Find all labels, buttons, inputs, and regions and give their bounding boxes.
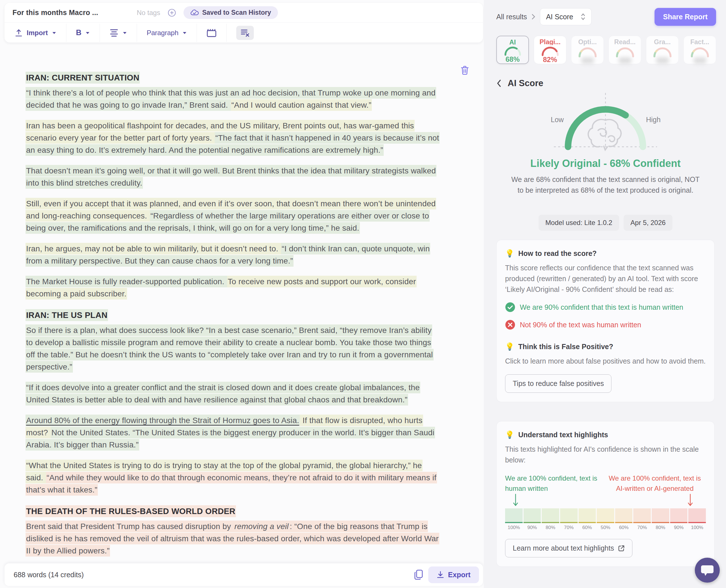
- score-card-opti[interactable]: Opti...: [571, 36, 604, 64]
- highlighted-text-segment: IRAN: THE US PLAN: [25, 309, 108, 321]
- score-card-label: Opti...: [578, 38, 597, 46]
- export-button[interactable]: Export: [428, 566, 479, 583]
- import-label: Import: [27, 29, 48, 37]
- score-card-hidden-value: [694, 57, 706, 64]
- highlighted-text-segment: So if there is a plan, what does success…: [25, 324, 433, 373]
- scale-tick-label: 70%: [560, 525, 578, 530]
- green-down-arrow-icon: [512, 493, 519, 507]
- score-select-value: AI Score: [546, 13, 573, 21]
- chevron-down-icon: [122, 31, 127, 34]
- highlighted-text-segment: THE DEATH OF THE RULES-BASED WORLD ORDER: [25, 505, 236, 517]
- no-tags-label: No tags: [137, 9, 160, 17]
- highlighted-text-segment: The Market House is fully reader-support…: [25, 276, 227, 287]
- share-report-button[interactable]: Share Report: [654, 8, 716, 26]
- score-card-ai[interactable]: AI68%: [496, 36, 529, 64]
- document-body[interactable]: IRAN: CURRENT SITUATION“I think there’s …: [25, 68, 440, 562]
- saved-to-scan-history-badge: Saved to Scan History: [183, 6, 278, 19]
- lightbulb-icon: 💡: [505, 342, 514, 351]
- copy-icon[interactable]: [414, 569, 423, 580]
- doc-heading: THE DEATH OF THE RULES-BASED WORLD ORDER: [25, 504, 440, 518]
- score-card-label: Fact...: [690, 38, 709, 46]
- score-card-value: 82%: [543, 56, 557, 64]
- score-card-plagi[interactable]: Plagi...82%: [534, 36, 566, 64]
- scale-tick-label: 60%: [579, 525, 596, 530]
- score-card-gra[interactable]: Gra...: [646, 36, 679, 64]
- scale-swatch: [615, 508, 633, 523]
- download-icon: [437, 571, 444, 579]
- align-button[interactable]: [109, 29, 127, 37]
- scale-human-label: We are 100% confident, text is human wri…: [505, 473, 599, 493]
- how-to-read-title-row: 💡 How to read the score?: [505, 249, 706, 258]
- highlights-title: Understand text highlights: [518, 431, 608, 439]
- doc-paragraph: That doesn’t mean it’s going well, or th…: [25, 165, 440, 189]
- import-button[interactable]: Import: [15, 28, 57, 37]
- score-card-fact[interactable]: Fact...: [683, 36, 716, 64]
- scale-swatch: [652, 508, 669, 523]
- clear-formatting-icon: [240, 28, 250, 37]
- chevron-right-icon: [531, 14, 536, 20]
- clapperboard-button[interactable]: [206, 28, 217, 37]
- score-type-select[interactable]: AI Score: [540, 8, 591, 25]
- score-card-label: AI: [509, 39, 516, 45]
- bold-label: B: [76, 28, 82, 37]
- scale-tick-label: 70%: [633, 525, 651, 530]
- scale-tick-label: 90%: [670, 525, 688, 530]
- align-lines-icon: [109, 29, 119, 37]
- mini-gauge-icon: [539, 45, 561, 57]
- score-card-read[interactable]: Read...: [609, 36, 641, 64]
- scale-swatch: [633, 508, 651, 523]
- scale-swatch: [560, 508, 578, 523]
- back-chevron-icon[interactable]: [496, 79, 501, 88]
- paragraph-label: Paragraph: [147, 29, 178, 37]
- score-card-value: 68%: [505, 55, 520, 63]
- model-chip: Model used: Lite 1.0.2: [539, 215, 619, 231]
- x-circle-icon: [505, 320, 515, 330]
- tips-reduce-false-positives-button[interactable]: Tips to reduce false positives: [505, 374, 611, 393]
- scale-swatch: [579, 508, 596, 523]
- highlighted-text-segment: Not the United States. “The United State…: [25, 427, 435, 450]
- upload-icon: [15, 28, 23, 37]
- false-positive-body: Click to learn more about false positive…: [505, 356, 706, 366]
- highlighted-text-segment: “And while they would like to do that th…: [25, 472, 437, 496]
- mini-gauge-icon: [577, 46, 598, 58]
- word-count: 688 words (14 credits): [14, 571, 84, 579]
- editor-toolbar: Import B: [4, 23, 483, 42]
- confidence-scale-labels: 100%90%80%70%60%50%60%70%80%90%100%: [505, 525, 706, 530]
- how-to-read-card: 💡 How to read the score? This score refl…: [496, 240, 715, 402]
- doc-paragraph: Iran, he argues, may not be able to win …: [25, 243, 440, 267]
- paragraph-style-selector[interactable]: Paragraph: [147, 29, 187, 37]
- editor-header-card: For this months Macro ... No tags Saved …: [4, 3, 483, 42]
- scale-tick-label: 80%: [542, 525, 559, 530]
- highlights-title-row: 💡 Understand text highlights: [505, 430, 706, 439]
- chat-widget-button[interactable]: [695, 558, 720, 583]
- date-chip: Apr 5, 2026: [624, 215, 672, 231]
- understand-highlights-card: 💡 Understand text highlights This texts …: [496, 421, 715, 567]
- score-card-label: Plagi...: [539, 38, 560, 45]
- learn-more-highlights-button[interactable]: Learn more about text highlights: [505, 539, 632, 558]
- score-card-hidden-value: [656, 57, 669, 64]
- highlighted-text-segment: Around 80% of the energy flowing through…: [25, 415, 300, 426]
- scale-arrows: [505, 493, 706, 508]
- lightbulb-icon: 💡: [505, 249, 514, 258]
- trash-icon[interactable]: [460, 65, 470, 76]
- doc-paragraph: Iran has been a geopolitical flashpoint …: [25, 120, 440, 156]
- lightbulb-icon: 💡: [505, 430, 514, 439]
- chevron-down-icon: [182, 31, 187, 34]
- clear-formatting-button[interactable]: [236, 26, 254, 40]
- all-results-link[interactable]: All results: [496, 13, 527, 21]
- scale-end-labels: We are 100% confident, text is human wri…: [505, 473, 706, 493]
- doc-paragraph: “If it does devolve into a greater confl…: [25, 381, 440, 406]
- positive-reading-label: We are 90% confident that this text is h…: [520, 303, 683, 311]
- scale-tick-label: 60%: [615, 525, 633, 530]
- highlights-body: This texts highlighted for AI's confiden…: [505, 444, 706, 465]
- negative-reading-label: Not 90% of the text was human written: [520, 321, 641, 329]
- add-tag-icon[interactable]: [168, 8, 176, 17]
- score-card-label: Read...: [614, 38, 636, 46]
- bold-button[interactable]: B: [76, 28, 90, 37]
- document-title[interactable]: For this months Macro ...: [13, 8, 98, 17]
- scale-tick-label: 50%: [597, 525, 614, 530]
- scale-tick-label: 100%: [505, 525, 523, 530]
- scale-tick-label: 100%: [688, 525, 706, 530]
- doc-paragraph: Brent said that President Trump has caus…: [25, 520, 440, 557]
- doc-paragraph: Still, even if you accept that it was pl…: [25, 197, 440, 234]
